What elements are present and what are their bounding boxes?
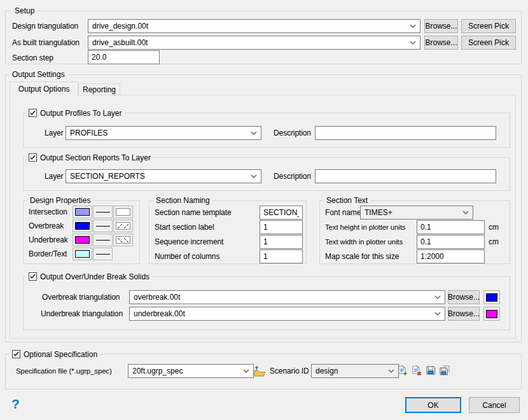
underbreak-linestyle-button[interactable] [93,234,113,246]
border-text-linestyle-button[interactable] [93,248,113,260]
combo-value: design [312,367,388,375]
reports-description-input[interactable] [315,169,496,183]
line-style-icon [96,254,110,255]
section-step-label: Section step [12,53,53,63]
text-width-unit: cm [489,237,499,247]
overbreak-triangulation-combo[interactable]: overbreak.00t [129,290,445,304]
section-naming-title: Section Naming [153,195,212,206]
design-browse-button[interactable]: Browse... [424,19,458,33]
line-style-icon [96,240,110,241]
description-label: Description [274,172,311,181]
chevron-down-icon [410,41,416,45]
ok-button[interactable]: OK [405,397,461,413]
break-solids-checkbox[interactable]: Output Over/Under Break Solids [26,271,152,282]
output-profiles-checkbox[interactable]: Output Profiles To Layer [26,108,125,118]
asbuilt-browse-button[interactable]: Browse... [424,36,458,50]
layer-label: Layer [45,172,64,181]
border-text-color-button[interactable] [73,248,92,260]
specification-file-combo[interactable]: 20ft.ugrp_spec [128,364,254,378]
checkbox-checked-icon [29,109,37,117]
intersection-linestyle-button[interactable] [93,206,113,218]
text-width-input[interactable] [417,235,485,249]
save-scenario-as-icon [440,365,450,375]
add-scenario-button[interactable] [396,365,408,376]
specification-file-label: Specification file (*.ugrp_spec) [16,367,112,376]
button-label: Browse... [448,309,480,318]
description-label: Description [274,129,311,138]
tab-label: Output Options [18,85,70,94]
color-swatch [75,208,90,216]
save-scenario-button[interactable] [425,365,436,376]
start-section-label-input[interactable] [260,220,303,234]
start-section-label-label: Start section label [155,223,214,232]
tab-label: Reporting [83,85,116,94]
combo-value: SECTION_REPORTS [66,172,251,181]
save-scenario-as-button[interactable] [439,365,450,376]
underbreak-color-button[interactable] [73,234,92,246]
open-folder-button[interactable] [253,365,266,377]
overbreak-linestyle-button[interactable] [93,220,113,232]
intersection-color-button[interactable] [73,206,92,218]
profiles-layer-combo[interactable]: PROFILES [66,126,261,140]
combo-value: 20ft.ugrp_spec [129,367,243,375]
tab-reporting[interactable]: Reporting [78,83,120,95]
chevron-down-icon [434,295,441,299]
layer-label: Layer [45,129,64,138]
button-label: Browse... [425,38,457,47]
underbreak-color-button[interactable] [483,307,500,321]
checkbox-label: Output Profiles To Layer [40,109,122,118]
remove-scenario-button[interactable] [410,365,422,376]
design-triangulation-label: Design triangulation [12,22,78,31]
overbreak-pattern-button[interactable] [113,220,133,232]
color-swatch [75,222,90,230]
combo-value: drive_asbuilt.00t [88,38,410,47]
underbreak-browse-button[interactable]: Browse... [448,307,480,321]
combo-value: underbreak.00t [130,309,434,318]
checkbox-checked-icon [29,153,37,162]
section-text-title: Section Text [324,195,370,206]
overbreak-browse-button[interactable]: Browse... [448,290,480,304]
output-profiles-group: Output Profiles To Layer Layer PROFILES … [23,113,510,148]
font-name-combo[interactable]: TIMES+ [360,206,473,220]
asbuilt-triangulation-label: As built triangulation [12,38,80,48]
help-button[interactable]: ? [11,397,20,411]
text-height-input[interactable] [417,220,485,234]
button-label: Browse... [425,22,457,31]
add-scenario-icon [397,365,408,376]
remove-scenario-icon [411,365,422,376]
section-text-group: Section Text Font name TIMES+ Text heigh… [319,200,510,264]
design-screen-pick-button[interactable]: Screen Pick [461,19,516,33]
color-swatch [486,310,497,318]
save-scenario-icon [426,365,436,375]
overbreak-color-button[interactable] [483,290,500,304]
intersection-pattern-button[interactable] [113,206,133,218]
asbuilt-screen-pick-button[interactable]: Screen Pick [461,36,516,50]
underbreak-triangulation-combo[interactable]: underbreak.00t [129,307,445,321]
scenario-id-combo[interactable]: design [311,364,399,378]
profiles-description-input[interactable] [315,126,496,140]
intersection-label: Intersection [29,207,67,217]
combo-value: TIMES+ [361,208,462,217]
sequence-increment-label: Sequence increment [155,237,223,247]
tab-output-options[interactable]: Output Options [10,81,78,96]
design-triangulation-combo[interactable]: drive_design.00t [88,19,420,33]
sequence-increment-input[interactable] [260,235,303,249]
pattern-blank-icon [116,208,130,216]
number-of-columns-input[interactable] [260,249,303,263]
optional-specification-checkbox[interactable]: Optional Specification [10,349,100,360]
setup-group: Setup Design triangulation drive_design.… [5,11,522,64]
section-name-template-input[interactable] [260,206,303,220]
reports-layer-combo[interactable]: SECTION_REPORTS [66,169,261,183]
chevron-down-icon [462,211,469,214]
output-section-reports-checkbox[interactable]: Output Section Reports To Layer [26,152,153,163]
underbreak-pattern-button[interactable] [113,234,133,246]
map-scale-input[interactable] [417,249,485,263]
asbuilt-triangulation-combo[interactable]: drive_asbuilt.00t [88,36,420,50]
checkbox-checked-icon [12,350,20,358]
output-section-reports-group: Output Section Reports To Layer Layer SE… [23,157,510,191]
cancel-button[interactable]: Cancel [469,397,520,413]
section-step-input[interactable] [88,50,160,64]
button-label: OK [427,401,438,410]
overbreak-color-button[interactable] [73,220,92,232]
chevron-down-icon [243,369,249,373]
